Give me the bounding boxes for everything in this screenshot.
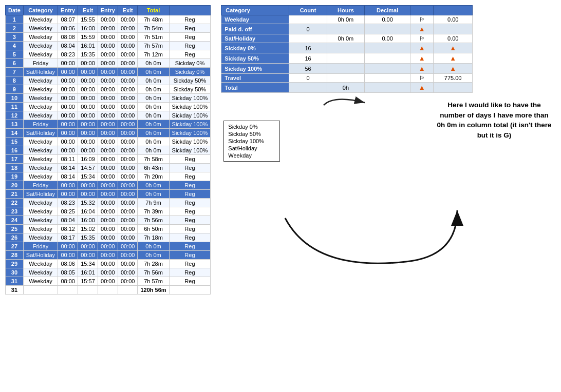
- exit1-cell: 00:00: [78, 251, 98, 260]
- summary-count-cell: 56: [289, 64, 327, 74]
- legend-item: Sickday 50%: [228, 130, 275, 138]
- exit2-cell: 00:00: [118, 120, 138, 129]
- exit1-cell: 00:00: [78, 129, 98, 138]
- summary-extra-cell: 0.00: [434, 34, 473, 43]
- entry1-cell: 00:00: [58, 68, 78, 76]
- exit2-cell: 00:00: [118, 277, 138, 286]
- entry2-cell: 00:00: [98, 24, 118, 33]
- exit1-cell: 16:04: [78, 207, 98, 216]
- summary-category-cell: Total: [221, 83, 289, 93]
- category-cell: Weekday: [23, 76, 58, 85]
- sum-col-decimal: Decimal: [365, 6, 410, 15]
- extra-triangle-icon: ▲: [450, 44, 456, 52]
- date-cell: 6: [6, 59, 24, 68]
- summary-row: Travel0🏳775.00: [221, 74, 473, 83]
- extra-triangle-icon: ▲: [450, 65, 456, 72]
- total-cell: 7h 56m: [138, 216, 169, 225]
- exit1-cell: 15:35: [78, 50, 98, 59]
- category-cell: Weekday: [23, 172, 58, 181]
- total-cell: 7h 9m: [138, 199, 169, 207]
- entry2-cell: 00:00: [98, 15, 118, 24]
- date-cell: 26: [6, 233, 24, 242]
- entry1-cell: 08:04: [58, 42, 78, 50]
- summary-count-cell: [289, 83, 327, 93]
- triangle-icon: ▲: [419, 25, 425, 33]
- entry1-cell: 08:04: [58, 216, 78, 225]
- exit2-cell: 00:00: [118, 207, 138, 216]
- total-cell: 0h 0m: [138, 190, 169, 199]
- total-cell: 0h 0m: [138, 251, 169, 260]
- date-cell: 10: [6, 94, 24, 103]
- summary-category-cell: Sat/Holiday: [221, 34, 289, 43]
- category-cell: Friday: [23, 242, 58, 251]
- table-row: 11Weekday00:0000:0000:0000:000h 0mSickda…: [6, 103, 211, 111]
- entry2-cell: 00:00: [98, 216, 118, 225]
- sum-col-hours: Hours: [327, 6, 364, 15]
- type-cell: Reg: [169, 242, 211, 251]
- summary-category-cell: Sickday 0%: [221, 43, 289, 53]
- type-cell: Reg: [169, 225, 211, 233]
- date-cell: 27: [6, 242, 24, 251]
- summary-decimal-cell: 0.00: [365, 34, 410, 43]
- summary-decimal-cell: 0.00: [365, 15, 410, 24]
- category-cell: Weekday: [23, 268, 58, 277]
- table-row: 16Weekday00:0000:0000:0000:000h 0mSickda…: [6, 146, 211, 155]
- table-row: 3Weekday08:0815:5900:0000:007h 51mReg: [6, 33, 211, 42]
- entry1-cell: 08:08: [58, 33, 78, 42]
- exit2-cell: 00:00: [118, 199, 138, 207]
- date-cell: 3: [6, 33, 24, 42]
- legend-item: Weekday: [228, 152, 275, 159]
- entry1-cell: 00:00: [58, 59, 78, 68]
- date-cell: 17: [6, 155, 24, 164]
- exit2-cell: 00:00: [118, 76, 138, 85]
- exit1-cell: 16:00: [78, 24, 98, 33]
- summary-count-cell: [289, 34, 327, 43]
- entry2-cell: 00:00: [98, 129, 118, 138]
- right-section: Category Count Hours Decimal Weekday0h 0…: [221, 5, 556, 313]
- summary-decimal-cell: [365, 74, 410, 83]
- table-row: 14Sat/Holiday00:0000:0000:0000:000h 0mSi…: [6, 129, 211, 138]
- entry2-cell: 00:00: [98, 207, 118, 216]
- exit2-cell: 00:00: [118, 146, 138, 155]
- exit1-cell: 00:00: [78, 111, 98, 120]
- entry1-cell: 00:00: [58, 146, 78, 155]
- summary-row: Weekday0h 0m0.00🏳0.00: [221, 15, 473, 24]
- summary-count-cell: 0: [289, 24, 327, 34]
- category-cell: Weekday: [23, 277, 58, 286]
- table-row: 15Weekday00:0000:0000:0000:000h 0mSickda…: [6, 138, 211, 146]
- exit1-cell: 16:09: [78, 155, 98, 164]
- summary-flag-cell: 🏳: [410, 34, 434, 43]
- type-cell: Reg: [169, 233, 211, 242]
- category-cell: Weekday: [23, 103, 58, 111]
- entry2-cell: 00:00: [98, 42, 118, 50]
- exit1-cell: 15:55: [78, 15, 98, 24]
- table-row: 24Weekday08:0416:0000:0000:007h 56mReg: [6, 216, 211, 225]
- category-cell: Weekday: [23, 225, 58, 233]
- total-cell: 7h 20m: [138, 172, 169, 181]
- entry2-cell: 00:00: [98, 225, 118, 233]
- type-cell: Reg: [169, 172, 211, 181]
- summary-count-cell: 16: [289, 53, 327, 64]
- entry1-cell: 00:00: [58, 111, 78, 120]
- summary-row: Sickday 50%16▲▲: [221, 53, 473, 64]
- summary-count-cell: 0: [289, 74, 327, 83]
- category-cell: Sat/Holiday: [23, 129, 58, 138]
- col-header-type: [169, 6, 211, 15]
- entry1-cell: 08:06: [58, 24, 78, 33]
- legend-item: Sickday 100%: [228, 138, 275, 145]
- triangle-icon: ▲: [419, 84, 425, 91]
- type-cell: Reg: [169, 268, 211, 277]
- category-cell: Friday: [23, 120, 58, 129]
- category-cell: Sat/Holiday: [23, 190, 58, 199]
- exit2-cell: 00:00: [118, 85, 138, 94]
- entry2-cell: 00:00: [98, 103, 118, 111]
- table-row: 6Friday00:0000:0000:0000:000h 0mSickday …: [6, 59, 211, 68]
- footer-row: 31 120h 56m: [6, 286, 211, 295]
- exit2-cell: 00:00: [118, 33, 138, 42]
- type-cell: Sickday 100%: [169, 129, 211, 138]
- exit2-cell: 00:00: [118, 94, 138, 103]
- summary-row: Sat/Holiday0h 0m0.00🏳0.00: [221, 34, 473, 43]
- total-cell: 7h 57m: [138, 277, 169, 286]
- category-cell: Weekday: [23, 15, 58, 24]
- table-row: 25Weekday08:1215:0200:0000:006h 50mReg: [6, 225, 211, 233]
